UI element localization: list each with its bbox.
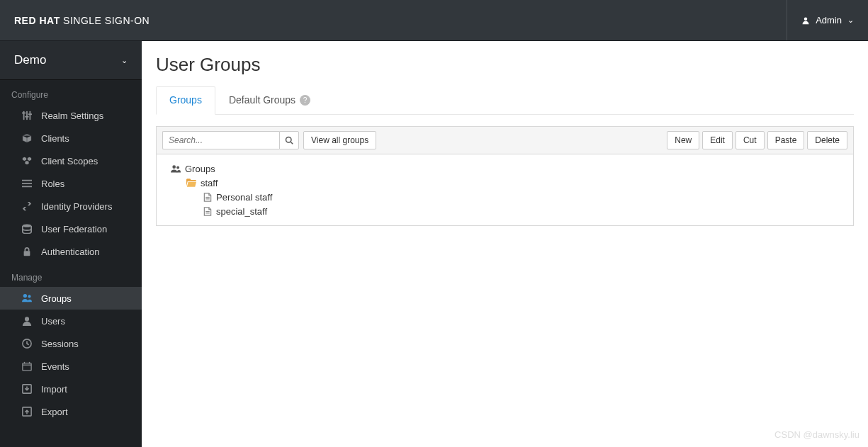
sliders-icon <box>21 111 33 120</box>
sidebar-item-import[interactable]: Import <box>0 378 142 400</box>
brand-logo: RED HAT SINGLE SIGN-ON <box>14 15 150 26</box>
users-icon <box>21 293 33 303</box>
svg-rect-5 <box>25 116 28 118</box>
tree-node-label: Personal staff <box>216 192 272 203</box>
sidebar-item-label: Groups <box>41 293 72 304</box>
cubes-icon <box>21 156 33 166</box>
svg-point-24 <box>172 165 176 169</box>
sidebar-item-label: Sessions <box>41 339 79 349</box>
tab-groups[interactable]: Groups <box>156 86 215 115</box>
user-dropdown[interactable]: Admin ⌄ <box>787 0 854 40</box>
sidebar: Demo ⌄ ConfigureRealm SettingsClientsCli… <box>0 41 142 447</box>
sidebar-item-label: Realm Settings <box>41 111 103 121</box>
svg-point-14 <box>25 317 29 321</box>
sidebar-item-label: Client Scopes <box>41 156 98 166</box>
list-icon <box>21 179 33 188</box>
user-icon <box>21 316 33 326</box>
tab-default-groups[interactable]: Default Groups? <box>215 86 324 115</box>
watermark: CSDN @dawnsky.liu <box>774 429 859 440</box>
sidebar-item-events[interactable]: Events <box>0 355 142 378</box>
tree-root[interactable]: Groups <box>171 162 839 176</box>
svg-point-10 <box>23 224 31 227</box>
user-name: Admin <box>816 15 842 26</box>
svg-rect-4 <box>22 113 26 114</box>
users-icon <box>171 164 181 173</box>
sidebar-item-label: Users <box>41 316 65 327</box>
file-icon <box>203 207 212 216</box>
sidebar-item-roles[interactable]: Roles <box>0 172 142 195</box>
sidebar-item-export[interactable]: Export <box>0 400 142 423</box>
export-icon <box>21 407 33 417</box>
cube-icon <box>21 133 33 143</box>
clock-icon <box>21 339 33 349</box>
svg-rect-11 <box>24 251 30 256</box>
realm-selector[interactable]: Demo ⌄ <box>0 41 142 80</box>
view-all-button[interactable]: View all groups <box>303 131 376 149</box>
tree-node-label: special_staff <box>216 206 267 217</box>
tab-label: Default Groups <box>229 94 295 106</box>
sidebar-item-groups[interactable]: Groups <box>0 287 142 310</box>
tree-node[interactable]: special_staff <box>171 204 839 218</box>
sidebar-item-realm-settings[interactable]: Realm Settings <box>0 104 142 127</box>
sidebar-item-user-federation[interactable]: User Federation <box>0 217 142 240</box>
file-icon <box>203 193 212 202</box>
exchange-icon <box>21 201 33 211</box>
realm-name: Demo <box>14 53 46 67</box>
tree-node[interactable]: Personal staff <box>171 190 839 204</box>
sidebar-item-label: Import <box>41 384 67 395</box>
svg-rect-2 <box>26 111 28 120</box>
sidebar-item-sessions[interactable]: Sessions <box>0 332 142 355</box>
svg-rect-8 <box>22 183 32 184</box>
sidebar-item-client-scopes[interactable]: Client Scopes <box>0 149 142 172</box>
delete-button[interactable]: Delete <box>807 131 847 149</box>
sidebar-item-label: Roles <box>41 179 64 189</box>
svg-point-22 <box>286 137 292 143</box>
search-input[interactable] <box>162 131 279 149</box>
sidebar-item-label: User Federation <box>41 224 107 234</box>
svg-point-13 <box>28 295 30 298</box>
sidebar-item-label: Events <box>41 361 69 372</box>
help-icon[interactable]: ? <box>300 95 310 106</box>
user-icon <box>801 16 810 25</box>
tree-node[interactable]: staff <box>171 176 839 190</box>
new-button[interactable]: New <box>667 131 699 149</box>
svg-rect-3 <box>30 111 31 120</box>
paste-button[interactable]: Paste <box>767 131 805 149</box>
search-icon <box>285 136 293 145</box>
section-title: Configure <box>0 80 142 104</box>
sidebar-item-label: Clients <box>41 133 69 144</box>
svg-rect-6 <box>28 113 32 115</box>
svg-point-0 <box>804 17 808 21</box>
svg-point-12 <box>23 294 27 298</box>
sidebar-item-label: Authentication <box>41 247 99 257</box>
chevron-down-icon: ⌄ <box>847 16 854 25</box>
groups-tree: Groups staffPersonal staffspecial_staff <box>156 154 854 226</box>
svg-rect-7 <box>22 180 32 181</box>
sidebar-item-users[interactable]: Users <box>0 310 142 332</box>
chevron-down-icon: ⌄ <box>121 56 128 65</box>
svg-rect-9 <box>22 186 32 188</box>
database-icon <box>21 224 33 234</box>
sidebar-item-clients[interactable]: Clients <box>0 127 142 149</box>
tree-root-label: Groups <box>185 164 215 174</box>
page-title: User Groups <box>156 54 854 76</box>
sidebar-item-authentication[interactable]: Authentication <box>0 240 142 263</box>
search-button[interactable] <box>279 131 299 149</box>
tab-label: Groups <box>169 94 202 106</box>
sidebar-item-label: Identity Providers <box>41 201 112 212</box>
tree-node-label: staff <box>201 178 218 188</box>
lock-icon <box>21 247 33 256</box>
folder-open-icon <box>186 179 196 187</box>
calendar-icon <box>21 361 33 371</box>
import-icon <box>21 384 33 394</box>
toolbar: View all groups NewEditCutPasteDelete <box>156 126 854 154</box>
section-title: Manage <box>0 263 142 287</box>
sidebar-item-label: Export <box>41 407 68 417</box>
svg-rect-16 <box>23 363 31 371</box>
cut-button[interactable]: Cut <box>735 131 765 149</box>
svg-line-23 <box>291 142 293 144</box>
edit-button[interactable]: Edit <box>702 131 733 149</box>
sidebar-item-identity-providers[interactable]: Identity Providers <box>0 195 142 217</box>
svg-point-25 <box>176 166 179 169</box>
